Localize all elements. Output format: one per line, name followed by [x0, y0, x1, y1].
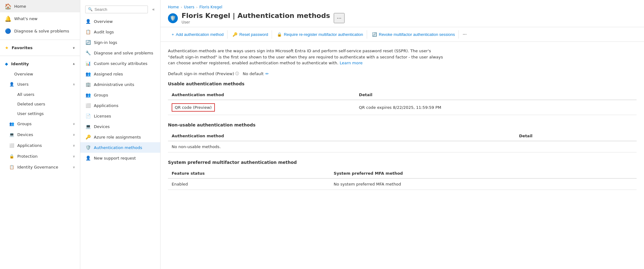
sidebar-identity-header[interactable]: ◆ Identity ∧	[0, 58, 80, 69]
sidebar-whats-new-label: What's new	[14, 16, 38, 21]
sidebar-users-header[interactable]: 👤 Users ∧	[0, 79, 80, 90]
protection-chevron: ∨	[73, 155, 75, 158]
sidebar-item-home[interactable]: 🏠 Home	[0, 0, 80, 12]
revoke-icon: 🔄	[372, 32, 377, 37]
toolbar-more-button[interactable]: ···	[460, 30, 469, 39]
sidebar-item-all-users[interactable]: All users	[0, 90, 80, 99]
groups-icon: 👥	[9, 122, 14, 126]
sidebar-protection-header[interactable]: 🔒 Protection ∨	[0, 151, 80, 162]
page-icon: 🛡️	[168, 13, 178, 23]
protection-label: Protection	[17, 154, 38, 159]
non-usable-auth-table: Authentication method Detail No non-usab…	[168, 131, 637, 152]
sidebar-item-deleted-users[interactable]: Deleted users	[0, 99, 80, 109]
secondary-sidebar: 🔍 « 👤 Overview 📋 Audit logs 🔄 Sign-in lo…	[80, 0, 161, 269]
usable-method-cell: QR code (Preview)	[168, 100, 355, 115]
sec-sidebar-item-audit-logs[interactable]: 📋 Audit logs	[80, 27, 160, 37]
left-sidebar: 🏠 Home 🔔 What's new 🔵 Diagnose & solve p…	[0, 0, 80, 269]
sec-sidebar-item-diagnose[interactable]: 🔧 Diagnose and solve problems	[80, 48, 160, 58]
sec-sidebar-item-custom-security[interactable]: 📊 Custom security attributes	[80, 58, 160, 69]
sidebar-devices-header[interactable]: 💻 Devices ∨	[0, 129, 80, 140]
sidebar-favorites-header[interactable]: ★ Favorites ∨	[0, 42, 80, 53]
breadcrumb-current: Floris Kregel	[199, 5, 222, 9]
sec-sidebar-item-sign-in-logs[interactable]: 🔄 Sign-in logs	[80, 37, 160, 48]
diagnose-icon: 🔵	[5, 28, 11, 34]
sec-sidebar-item-admin-units[interactable]: 🏢 Administrative units	[80, 79, 160, 90]
qr-code-label[interactable]: QR code (Preview)	[172, 103, 215, 112]
sec-sidebar-groups-label: Groups	[94, 93, 108, 97]
secondary-sidebar-top: 🔍 «	[80, 2, 160, 16]
page-more-button[interactable]: ···	[334, 13, 345, 23]
edit-icon[interactable]: ✏️	[266, 71, 269, 76]
default-signin-value: No default ✏️	[243, 71, 269, 76]
sidebar-groups-header[interactable]: 👥 Groups ∨	[0, 118, 80, 129]
sec-sidebar-assigned-roles-label: Assigned roles	[94, 72, 123, 76]
sidebar-item-overview[interactable]: Overview	[0, 69, 80, 79]
revoke-mfa-label: Revoke multifactor authentication sessio…	[379, 32, 455, 37]
sec-sidebar-item-azure-role[interactable]: 🔑 Azure role assignments	[80, 132, 160, 142]
require-reregister-label: Require re-register multifactor authenti…	[284, 32, 363, 37]
page-subtitle: User	[182, 20, 330, 24]
devices-label: Devices	[17, 132, 33, 137]
audit-logs-icon: 📋	[85, 29, 91, 35]
non-usable-section-title: Non-usable authentication methods	[168, 122, 637, 127]
devices-sec-icon: 💻	[85, 124, 91, 129]
devices-chevron: ∨	[73, 133, 75, 136]
table-row: No non-usable methods.	[168, 141, 637, 152]
sec-sidebar-audit-label: Audit logs	[94, 30, 114, 34]
assigned-roles-icon: 👥	[85, 71, 91, 77]
search-input[interactable]	[94, 7, 145, 12]
sec-sidebar-item-devices[interactable]: 💻 Devices	[80, 121, 160, 132]
sec-sidebar-new-support-label: New support request	[94, 156, 136, 160]
key-icon: 🔑	[232, 32, 237, 37]
learn-more-link[interactable]: Learn more	[340, 61, 362, 65]
non-usable-col-detail: Detail	[515, 131, 637, 141]
sec-sidebar-item-assigned-roles[interactable]: 👥 Assigned roles	[80, 69, 160, 79]
collapse-button[interactable]: «	[149, 5, 158, 14]
divider-2	[0, 56, 80, 56]
sec-sidebar-item-overview[interactable]: 👤 Overview	[80, 16, 160, 27]
overview-icon: 👤	[85, 19, 91, 24]
sidebar-item-user-settings[interactable]: User settings	[0, 109, 80, 118]
azure-role-icon: 🔑	[85, 134, 91, 140]
mfa-status-cell: Enabled	[168, 178, 330, 190]
sec-sidebar-item-licenses[interactable]: 📄 Licenses	[80, 111, 160, 121]
add-auth-method-button[interactable]: + Add authentication method	[168, 30, 228, 39]
breadcrumb-sep-2: ›	[196, 5, 197, 9]
sidebar-item-diagnose[interactable]: 🔵 Diagnose & solve problems	[0, 25, 80, 37]
favorites-label: Favorites	[12, 45, 33, 50]
content-header: Home › Users › Floris Kregel 🛡️ Floris K…	[161, 0, 644, 27]
reset-password-button[interactable]: 🔑 Reset password	[229, 30, 272, 39]
sec-sidebar-signin-label: Sign-in logs	[94, 40, 117, 45]
sidebar-diagnose-label: Diagnose & solve problems	[14, 29, 69, 33]
search-box[interactable]: 🔍	[85, 6, 148, 13]
usable-section-title: Usable authentication methods	[168, 81, 637, 86]
devices-sidebar-icon: 💻	[9, 132, 14, 137]
revoke-mfa-button[interactable]: 🔄 Revoke multifactor authentication sess…	[368, 30, 459, 39]
breadcrumb: Home › Users › Floris Kregel	[168, 5, 637, 9]
breadcrumb-users[interactable]: Users	[184, 5, 194, 9]
page-title: Floris Kregel | Authentication methods	[182, 12, 330, 19]
mfa-section-title: System preferred multifactor authenticat…	[168, 160, 637, 165]
applications-chevron: ∨	[73, 144, 75, 147]
sec-sidebar-licenses-label: Licenses	[94, 114, 111, 118]
sec-sidebar-item-auth-methods[interactable]: 🛡️ Authentication methods	[80, 142, 160, 153]
sec-sidebar-item-groups[interactable]: 👥 Groups	[80, 90, 160, 100]
title-group: Floris Kregel | Authentication methods U…	[182, 12, 330, 24]
add-icon: +	[172, 32, 174, 37]
sec-sidebar-auth-methods-label: Authentication methods	[94, 145, 142, 150]
all-users-label: All users	[17, 92, 34, 97]
user-settings-label: User settings	[17, 111, 44, 116]
require-reregister-button[interactable]: 🔒 Require re-register multifactor authen…	[273, 30, 367, 39]
sidebar-governance-header[interactable]: 📋 Identity Governance ∨	[0, 162, 80, 173]
identity-icon: ◆	[5, 62, 8, 66]
sec-sidebar-custom-security-label: Custom security attributes	[94, 61, 147, 66]
sec-sidebar-item-applications[interactable]: ⬜ Applications	[80, 100, 160, 111]
main-content: 🔍 « 👤 Overview 📋 Audit logs 🔄 Sign-in lo…	[80, 0, 644, 269]
sidebar-item-whats-new[interactable]: 🔔 What's new	[0, 12, 80, 25]
content-body: Authentication methods are the ways user…	[161, 42, 644, 196]
sidebar-applications-header[interactable]: ⬜ Applications ∨	[0, 140, 80, 151]
licenses-icon: 📄	[85, 113, 91, 119]
search-icon: 🔍	[88, 7, 93, 11]
breadcrumb-home[interactable]: Home	[168, 5, 179, 9]
sec-sidebar-item-new-support[interactable]: 👤 New support request	[80, 153, 160, 163]
